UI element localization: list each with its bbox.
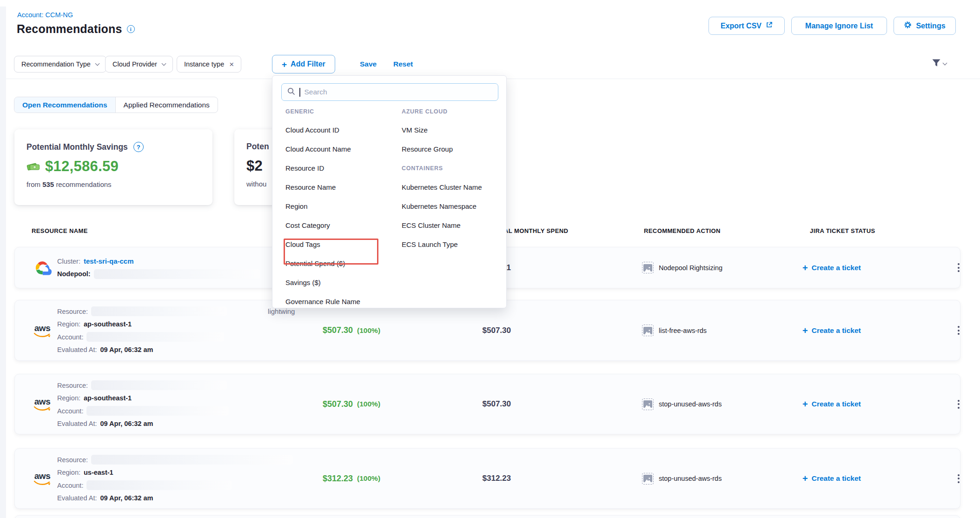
table-row[interactable]: aws Resource: Region: ap-southeast-1 Acc… [14, 374, 960, 434]
create-ticket-link[interactable]: + Create a ticket [802, 449, 861, 508]
filter-option-potential-spend[interactable]: Potential Spend ($) [285, 254, 393, 273]
region-line: Region: ap-southeast-1 [57, 392, 229, 405]
filter-option-region[interactable]: Region [285, 197, 393, 216]
breadcrumb[interactable]: Account: CCM-NG [17, 11, 73, 19]
redacted-value [91, 455, 293, 465]
account-label: Account: [57, 407, 83, 415]
recommended-action-cell: list-free-aws-rds [642, 300, 707, 360]
resource-label: Resource: [57, 382, 88, 389]
resource-label: Resource: [57, 456, 88, 464]
filter-option-vm-size[interactable]: VM Size [402, 120, 502, 139]
table-row[interactable]: aws Resource: Region: us-east-1 Account:… [14, 448, 960, 509]
filter-option-ecs-launch-type[interactable]: ECS Launch Type [402, 235, 502, 254]
evaluated-label: Evaluated At: [57, 346, 97, 353]
cluster-label: Cluster: [57, 258, 80, 265]
chip-label: Cloud Provider [113, 60, 157, 68]
chip-label: Recommendation Type [21, 60, 91, 68]
resource-details: Cluster: test-sri-qa-ccm Nodepool: [57, 255, 260, 280]
region-value: us-east-1 [84, 469, 113, 476]
card-title-row: Potential Monthly Savings ? [26, 142, 200, 152]
search-input[interactable]: Search [281, 83, 498, 101]
savings-percent: (100%) [357, 474, 380, 483]
create-ticket-link[interactable]: + Create a ticket [802, 300, 861, 360]
settings-button[interactable]: Settings [894, 17, 956, 35]
image-placeholder-icon [642, 325, 654, 336]
row-menu-kebab-icon[interactable] [958, 247, 960, 288]
chip-label: Instance type [184, 60, 224, 68]
plus-icon: + [802, 399, 808, 409]
group-heading-azure-cloud: AZURE CLOUD [402, 103, 502, 120]
filter-option-resource-name[interactable]: Resource Name [285, 178, 393, 197]
manage-ignore-list-button[interactable]: Manage Ignore List [791, 17, 887, 35]
filter-option-kubernetes-namespace[interactable]: Kubernetes Namespace [402, 197, 502, 216]
filter-option-cloud-tags[interactable]: Cloud Tags [285, 235, 393, 254]
redacted-value [86, 480, 232, 490]
filter-option-governance-rule-name[interactable]: Governance Rule Name [285, 292, 393, 311]
row-menu-kebab-icon[interactable] [958, 449, 960, 508]
redacted-value [91, 306, 227, 316]
export-csv-label: Export CSV [721, 22, 761, 30]
card-title-fragment: Poten [246, 142, 269, 152]
gcp-logo [33, 247, 52, 288]
filter-panel-toggle[interactable] [932, 59, 947, 69]
row-menu-kebab-icon[interactable] [958, 300, 960, 360]
filter-option-resource-group[interactable]: Resource Group [402, 139, 502, 159]
tab-open-recommendations[interactable]: Open Recommendations [14, 97, 115, 113]
recommended-action-label: stop-unused-aws-rds [659, 400, 722, 408]
filter-option-ecs-cluster-name[interactable]: ECS Cluster Name [402, 216, 502, 235]
filter-option-savings[interactable]: Savings ($) [285, 273, 393, 292]
recommended-action-label: list-free-aws-rds [659, 327, 707, 334]
filter-option-cost-category[interactable]: Cost Category [285, 216, 393, 235]
covered-amount-fragment: $2 [246, 158, 263, 174]
page-title-wrap: Recommendations i [17, 22, 135, 36]
potential-savings-cell: $507.30 (100%) [323, 374, 380, 434]
aws-logo: aws [33, 374, 51, 434]
resource-details: Resource: lightwing Region: ap-southeast… [57, 305, 295, 356]
total-monthly-spend-cell: $507.30 [450, 374, 511, 434]
row-menu-kebab-icon[interactable] [958, 374, 960, 434]
table-row[interactable]: aws Resource: lightwing Region: ap-south… [14, 300, 960, 361]
filter-chip-instance-type[interactable]: Instance type × [177, 56, 241, 73]
info-icon[interactable]: i [127, 25, 135, 33]
evaluated-line: Evaluated At: 09 Apr, 06:32 am [57, 418, 229, 431]
create-ticket-link[interactable]: + Create a ticket [802, 374, 861, 434]
recommendation-count: 535 [42, 180, 54, 188]
cluster-link[interactable]: test-sri-qa-ccm [84, 257, 134, 265]
resource-details: Resource: Region: us-east-1 Account: Eva… [57, 453, 293, 505]
money-icon [26, 160, 40, 173]
plus-icon: + [802, 474, 808, 483]
create-ticket-label: Create a ticket [812, 400, 861, 408]
help-icon[interactable]: ? [133, 142, 144, 152]
resource-details: Resource: Region: ap-southeast-1 Account… [57, 379, 229, 430]
region-line: Region: us-east-1 [57, 466, 293, 479]
export-csv-button[interactable]: Export CSV [709, 17, 785, 35]
region-value: ap-southeast-1 [84, 394, 132, 402]
chevron-down-icon [161, 61, 166, 66]
tab-applied-recommendations[interactable]: Applied Recommendations [115, 97, 218, 113]
evaluated-line: Evaluated At: 09 Apr, 06:32 am [57, 492, 293, 505]
close-icon[interactable]: × [229, 60, 234, 68]
image-placeholder-icon [642, 473, 654, 485]
reset-filter-link[interactable]: Reset [393, 60, 413, 68]
filter-chip-cloud-provider[interactable]: Cloud Provider [105, 56, 173, 73]
image-placeholder-icon [642, 262, 654, 273]
filter-option-kubernetes-cluster-name[interactable]: Kubernetes Cluster Name [402, 178, 502, 197]
create-ticket-link[interactable]: + Create a ticket [802, 247, 861, 288]
potential-savings-cell: $312.23 (100%) [323, 449, 380, 508]
filter-option-resource-id[interactable]: Resource ID [285, 159, 393, 178]
filter-option-cloud-account-name[interactable]: Cloud Account Name [285, 139, 393, 159]
generic-filter-group: GENERIC Cloud Account ID Cloud Account N… [285, 103, 393, 311]
create-ticket-label: Create a ticket [812, 474, 861, 483]
savings-subtext: from 535 recommendations [26, 180, 200, 188]
chevron-down-icon [943, 61, 947, 66]
resource-line: Resource: [57, 379, 229, 392]
add-filter-button[interactable]: + Add Filter [272, 55, 335, 73]
column-header-resource-name: RESOURCE NAME [32, 227, 88, 234]
save-filter-link[interactable]: Save [360, 60, 377, 68]
text-cursor [299, 88, 300, 97]
resource-line: Resource: [57, 453, 293, 466]
spend-value: $507.30 [483, 326, 511, 335]
filter-option-cloud-account-id[interactable]: Cloud Account ID [285, 120, 393, 139]
recommended-action-cell: stop-unused-aws-rds [642, 374, 722, 434]
filter-chip-recommendation-type[interactable]: Recommendation Type [14, 56, 106, 73]
